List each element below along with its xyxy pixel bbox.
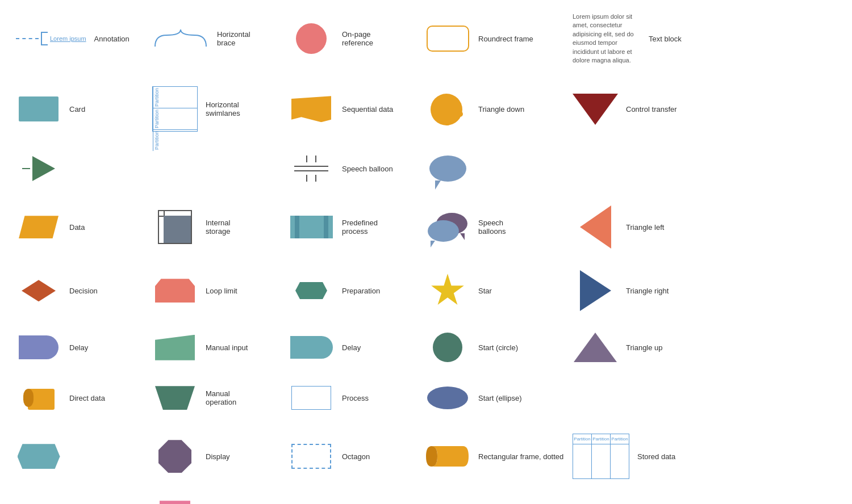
cell-loop-limit: Loop limit bbox=[148, 268, 284, 313]
cell-process: Process bbox=[284, 381, 420, 414]
manual-input-shape bbox=[155, 335, 195, 360]
triangle-right-shape-wrap bbox=[573, 270, 618, 311]
process-label: Process bbox=[342, 394, 369, 402]
roundrect-frame-label: Roundrect frame bbox=[478, 35, 533, 43]
cell-rectangular-frame-dotted: Octagon bbox=[284, 431, 420, 481]
on-page-reference-shape-wrap bbox=[289, 23, 334, 54]
pm-tick-2 bbox=[315, 156, 316, 162]
internal-storage-label: Internal storage bbox=[206, 219, 251, 236]
horizontal-brace-svg bbox=[152, 27, 209, 51]
control-transfer-line bbox=[22, 165, 30, 173]
pm-tick-1 bbox=[306, 156, 307, 162]
card-label: Card bbox=[69, 105, 85, 114]
annotation-shape: Lorem ipsum bbox=[16, 32, 86, 45]
cell-preparation: Preparation bbox=[284, 268, 420, 313]
vswimlane-col-2: Partition bbox=[592, 434, 611, 478]
sequential-data-svg bbox=[428, 93, 467, 125]
cell-start-ellipse: Start (ellipse) bbox=[420, 381, 568, 414]
triangle-up-shape bbox=[574, 333, 617, 362]
cell-terminator: Roundrect bbox=[420, 498, 568, 504]
delay-label: Delay bbox=[69, 343, 88, 352]
predefined-process-shape-wrap bbox=[289, 213, 334, 241]
start-ellipse-shape-wrap bbox=[425, 384, 470, 412]
display-shape-wrap bbox=[16, 442, 61, 471]
internal-storage-shape bbox=[158, 210, 192, 244]
direct-data-shape-wrap bbox=[16, 384, 61, 412]
star-label: Star bbox=[478, 287, 492, 295]
cell-text-block: Lorem ipsum dolor sit amet, consectetur … bbox=[568, 10, 716, 67]
triangle-down-shape bbox=[573, 94, 618, 125]
cell-star: Star bbox=[420, 268, 568, 313]
hswimlane-label-2: Partition bbox=[153, 108, 161, 129]
on-page-reference-label: On-page reference bbox=[342, 30, 387, 47]
speech-balloons-shape bbox=[425, 210, 470, 244]
paper-tape-shape bbox=[291, 96, 331, 122]
vertical-swimlanes-label: Stored data bbox=[637, 452, 675, 461]
cell-vertical-swimlanes: Partition Partition Partition Stored dat… bbox=[568, 431, 716, 481]
internal-storage-outer bbox=[158, 210, 192, 244]
star-shape-wrap bbox=[425, 274, 470, 308]
svg-marker-3 bbox=[295, 282, 327, 299]
parallel-mode-label: Speech balloon bbox=[342, 165, 393, 173]
data-shape-wrap bbox=[16, 213, 61, 241]
rectangular-frame-dotted-label: Octagon bbox=[342, 452, 370, 461]
sequential-data-shape-wrap bbox=[425, 93, 470, 125]
process-shape-wrap bbox=[289, 384, 334, 412]
triangle-down-shape-wrap bbox=[573, 94, 618, 125]
start-circle-label: Start (circle) bbox=[478, 343, 518, 352]
horizontal-swimlanes-label: Horizontal swimlanes bbox=[206, 100, 251, 117]
cell-internal-storage: Internal storage bbox=[148, 203, 284, 251]
pm-hline-2 bbox=[294, 170, 328, 171]
display-shape bbox=[18, 444, 60, 469]
horizontal-brace-label: Horizontal brace bbox=[217, 30, 262, 47]
cell-stored-data: Rectangular frame, dotted bbox=[420, 431, 568, 481]
card-shape-wrap bbox=[16, 95, 61, 123]
triangle-right-label: Triangle right bbox=[626, 287, 669, 295]
text-block-label: Text block bbox=[649, 35, 682, 43]
cell-octagon: Display bbox=[148, 431, 284, 481]
data-label: Data bbox=[69, 223, 85, 232]
hswimlane-content-2 bbox=[161, 108, 197, 129]
control-transfer-shape-wrap bbox=[16, 154, 61, 183]
octagon-label: Display bbox=[206, 452, 230, 461]
cell-paper-tape: Sequential data bbox=[284, 84, 420, 134]
on-page-reference-shape bbox=[296, 23, 327, 54]
cell-decision: Decision bbox=[11, 268, 148, 313]
vertical-swimlanes-shape-wrap: Partition Partition Partition bbox=[573, 434, 629, 479]
cell-horizontal-brace: Horizontal brace bbox=[148, 10, 284, 67]
manual-input-shape-wrap bbox=[152, 333, 198, 362]
manual-input-label: Manual input bbox=[206, 343, 248, 352]
decision-shape-wrap bbox=[16, 276, 61, 305]
cell-sequential-data: Triangle down bbox=[420, 84, 568, 134]
direct-data-label: Direct data bbox=[69, 394, 105, 402]
cell-on-page-reference: On-page reference bbox=[284, 10, 420, 67]
cell-empty-2 bbox=[148, 151, 284, 186]
card-shape bbox=[19, 96, 59, 121]
annotation-line bbox=[16, 38, 39, 39]
rectangular-frame-dotted-shape bbox=[291, 444, 331, 469]
text-block-shape: Lorem ipsum dolor sit amet, consectetur … bbox=[573, 12, 641, 65]
off-page-reference-shape-wrap bbox=[152, 501, 198, 504]
triangle-down-label: Control transfer bbox=[626, 105, 677, 114]
pm-tick-3 bbox=[306, 175, 307, 182]
vertical-swimlanes-shape: Partition Partition Partition bbox=[573, 434, 629, 479]
cell-display bbox=[11, 431, 148, 481]
cell-empty-5 bbox=[568, 498, 716, 504]
loop-limit-label: Loop limit bbox=[206, 287, 237, 295]
loop-limit-shape bbox=[155, 279, 195, 303]
start-circle-shape bbox=[433, 333, 462, 362]
hswimlane-row-3: Partition bbox=[153, 130, 197, 151]
cell-predefined-process: Predefined process bbox=[284, 203, 420, 251]
internal-storage-shape-wrap bbox=[152, 210, 198, 244]
delay-shape-wrap bbox=[16, 333, 61, 362]
delay2-label: Delay bbox=[342, 343, 361, 352]
cell-control-transfer bbox=[11, 151, 148, 186]
off-page-reference-shape bbox=[160, 501, 190, 504]
annotation-label: Annotation bbox=[94, 35, 130, 43]
svg-point-1 bbox=[457, 111, 463, 117]
cell-off-page-reference: Document bbox=[148, 498, 284, 504]
cell-triangle-left: Triangle left bbox=[568, 203, 716, 251]
hswimlane-label-1: Partition bbox=[153, 87, 161, 108]
hswimlane-content-1 bbox=[161, 87, 197, 108]
speech-balloon-shape-wrap bbox=[425, 154, 470, 183]
